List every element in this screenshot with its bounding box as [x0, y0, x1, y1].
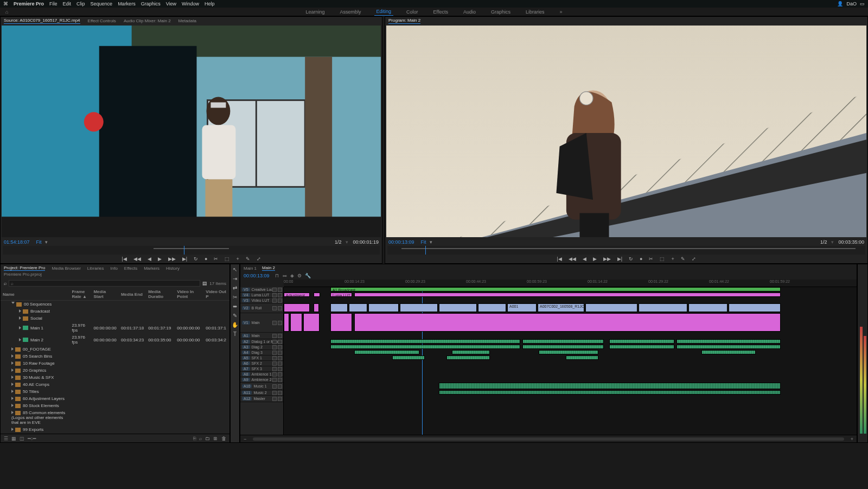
- mute-icon[interactable]: [272, 351, 277, 355]
- wrench-icon[interactable]: 🔧: [305, 273, 311, 278]
- transport-btn-12[interactable]: ⤢: [256, 256, 262, 262]
- transport-btn-0[interactable]: |◀: [120, 256, 127, 262]
- clip[interactable]: [585, 303, 637, 312]
- track-tag[interactable]: A9: [242, 378, 250, 382]
- clip[interactable]: [439, 390, 781, 395]
- clip[interactable]: [522, 339, 604, 344]
- transport-btn-7[interactable]: ●: [203, 256, 208, 262]
- project-row[interactable]: 00_FOOTAGE: [1, 346, 229, 353]
- mute-icon[interactable]: [272, 378, 277, 382]
- chevron-icon[interactable]: [11, 411, 14, 414]
- track-tag[interactable]: A5: [242, 356, 250, 360]
- solo-icon[interactable]: [278, 345, 282, 350]
- audio-track-header[interactable]: A1Main: [240, 333, 283, 339]
- chevron-icon[interactable]: [11, 397, 14, 400]
- transport-btn-2[interactable]: ◀: [582, 256, 588, 262]
- menu-graphics[interactable]: Graphics: [141, 1, 161, 7]
- clip[interactable]: [676, 345, 781, 349]
- source-scrubber[interactable]: [3, 246, 380, 255]
- mute-icon[interactable]: [272, 345, 277, 350]
- linked-selection-icon[interactable]: ⫘: [282, 273, 287, 278]
- transport-btn-5[interactable]: ▶|: [181, 256, 188, 262]
- audio-track-header[interactable]: A11Music 2: [240, 390, 283, 396]
- toggle-icon[interactable]: [278, 321, 282, 325]
- ripple-tool-icon[interactable]: ⇄: [233, 285, 237, 291]
- transport-btn-0[interactable]: |◀: [556, 256, 563, 262]
- mute-icon[interactable]: [272, 397, 277, 401]
- column-header[interactable]: Frame Rate ▲: [69, 288, 91, 301]
- mute-icon[interactable]: [272, 356, 277, 360]
- column-header[interactable]: Media End: [119, 288, 146, 301]
- snap-icon[interactable]: ⊓: [275, 273, 279, 278]
- project-row[interactable]: 80 Stock Elements: [1, 402, 229, 409]
- project-row[interactable]: Broadcast: [1, 308, 229, 315]
- hand-tool-icon[interactable]: ✋: [232, 322, 238, 328]
- marker-icon[interactable]: ◈: [290, 273, 294, 278]
- audio-track-header[interactable]: A9Ambience 2: [240, 377, 283, 383]
- new-item-icon[interactable]: 🗎: [213, 436, 218, 441]
- track-tag[interactable]: V2: [242, 306, 250, 310]
- slip-tool-icon[interactable]: ⬌: [233, 303, 237, 309]
- chevron-icon[interactable]: [19, 309, 21, 313]
- project-row[interactable]: 00 Sequences: [1, 301, 229, 308]
- selection-tool-icon[interactable]: ↖: [233, 266, 237, 272]
- project-tab-0[interactable]: Project: Premiere Pro: [4, 265, 45, 271]
- clip[interactable]: [609, 339, 674, 344]
- column-header[interactable]: Media Duratio: [146, 288, 175, 301]
- track-tag[interactable]: A12: [242, 397, 252, 401]
- app-name[interactable]: Premiere Pro: [14, 1, 44, 7]
- clip[interactable]: [368, 303, 399, 312]
- clip[interactable]: [349, 303, 367, 312]
- toggle-icon[interactable]: [272, 299, 277, 303]
- transport-btn-3[interactable]: ▶: [592, 256, 598, 262]
- clip[interactable]: [452, 350, 490, 354]
- source-zoom[interactable]: 1/2: [335, 239, 342, 245]
- clip[interactable]: [354, 293, 781, 297]
- transport-btn-8[interactable]: ✂: [648, 256, 654, 262]
- clip[interactable]: [609, 345, 674, 349]
- mute-icon[interactable]: [272, 391, 277, 395]
- chevron-icon[interactable]: [11, 383, 14, 386]
- audio-track-header[interactable]: A3Diag 2: [240, 345, 283, 350]
- chevron-icon[interactable]: [11, 404, 14, 407]
- toggle-icon[interactable]: [272, 321, 277, 325]
- solo-icon[interactable]: [278, 397, 282, 401]
- clip[interactable]: [354, 313, 781, 332]
- project-row[interactable]: 40 AE Comps: [1, 381, 229, 388]
- clip[interactable]: A1 Broadcast: [330, 287, 781, 291]
- clip[interactable]: [314, 293, 320, 297]
- video-track-header[interactable]: V2B Roll: [240, 303, 283, 313]
- solo-icon[interactable]: [278, 367, 282, 371]
- clip[interactable]: [522, 345, 604, 349]
- solo-icon[interactable]: [278, 334, 282, 338]
- clip[interactable]: [701, 350, 756, 354]
- program-fit-dropdown[interactable]: Fit: [421, 239, 426, 245]
- track-tag[interactable]: V5: [242, 288, 250, 291]
- audio-track-header[interactable]: A2Dialog 1 or Main: [240, 339, 283, 345]
- new-bin-icon[interactable]: 🗀: [205, 436, 210, 441]
- transport-btn-10[interactable]: +: [235, 256, 240, 262]
- toggle-icon[interactable]: [278, 288, 282, 292]
- clip[interactable]: Adjustment: [284, 293, 310, 297]
- zoom-slider[interactable]: ━○━: [28, 436, 36, 441]
- trash-icon[interactable]: 🗑: [221, 436, 226, 441]
- mute-icon[interactable]: [272, 340, 277, 344]
- transport-btn-9[interactable]: ⬚: [659, 256, 666, 262]
- clip[interactable]: [290, 313, 302, 332]
- audio-track-header[interactable]: A10Music 1: [240, 383, 283, 390]
- source-tab-metadata[interactable]: Metadata: [178, 18, 196, 23]
- clip[interactable]: [330, 303, 348, 312]
- mute-icon[interactable]: [272, 384, 277, 389]
- clip[interactable]: [478, 303, 506, 312]
- clip[interactable]: A001: [507, 303, 537, 312]
- audio-track-header[interactable]: A4Diag 3: [240, 350, 283, 355]
- transport-btn-4[interactable]: ▶▶: [167, 256, 177, 262]
- timeline-ruler[interactable]: 00:0000:00:14:2300:00:29:2300:00:44:2300…: [284, 280, 857, 287]
- menu-file[interactable]: File: [49, 1, 58, 7]
- transport-btn-11[interactable]: ✎: [245, 256, 251, 262]
- ws-color[interactable]: Color: [404, 8, 420, 16]
- transport-btn-11[interactable]: ✎: [680, 256, 686, 262]
- project-row[interactable]: 20 Graphics: [1, 367, 229, 374]
- chevron-icon[interactable]: [11, 302, 15, 306]
- toggle-icon[interactable]: [272, 293, 277, 297]
